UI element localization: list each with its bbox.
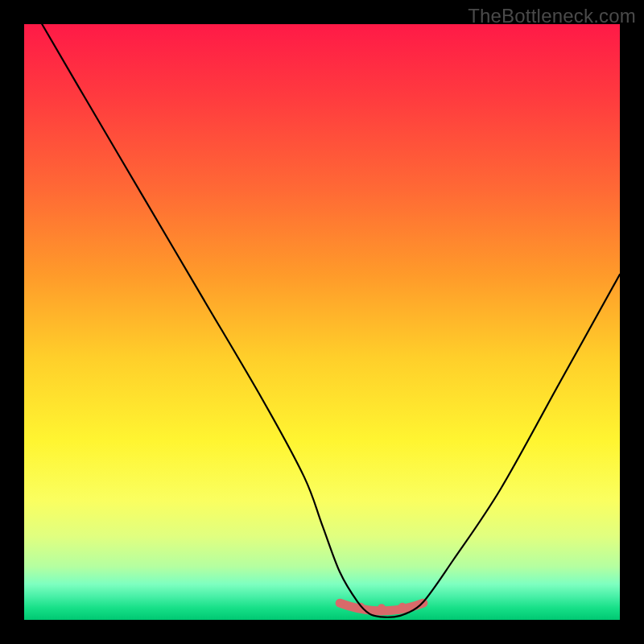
plot-area [24, 24, 620, 620]
flat-region-dot [336, 599, 344, 607]
flat-region-dot [378, 604, 386, 612]
bottleneck-curve-path [42, 24, 620, 617]
outer-frame: TheBottleneck.com [0, 0, 644, 644]
bottleneck-chart [24, 24, 620, 620]
flat-region-dot [398, 603, 407, 611]
